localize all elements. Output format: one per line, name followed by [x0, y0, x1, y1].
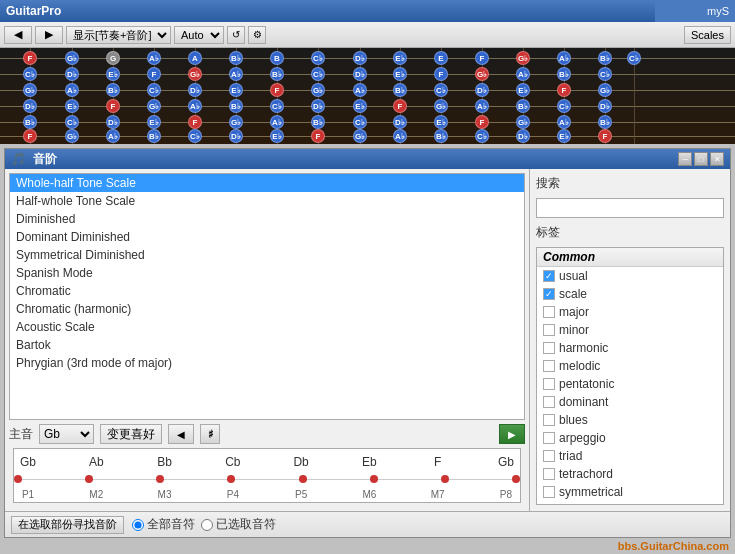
note-dot[interactable]: F	[106, 99, 120, 113]
tag-checkbox[interactable]	[543, 486, 555, 498]
note-dot[interactable]: D♭	[188, 83, 202, 97]
note-dot[interactable]: E♭	[229, 83, 243, 97]
note-dot[interactable]: G♭	[434, 99, 448, 113]
note-dot[interactable]: B♭	[557, 67, 571, 81]
note-dot[interactable]: B♭	[23, 115, 37, 129]
note-dot[interactable]: F	[598, 129, 612, 143]
note-dot[interactable]: A♭	[106, 129, 120, 143]
note-dot[interactable]: G♭	[311, 83, 325, 97]
note-dot[interactable]: G♭	[229, 115, 243, 129]
tag-checkbox[interactable]	[543, 450, 555, 462]
note-dot[interactable]: F	[23, 129, 37, 143]
note-dot[interactable]: C♭	[434, 83, 448, 97]
note-dot[interactable]: F	[434, 67, 448, 81]
note-dot[interactable]: B♭	[598, 115, 612, 129]
note-dot[interactable]: D♭	[516, 129, 530, 143]
note-dot[interactable]: E♭	[557, 129, 571, 143]
note-dot[interactable]: C♭	[23, 67, 37, 81]
tag-checkbox[interactable]	[543, 324, 555, 336]
note-dot[interactable]: A♭	[475, 99, 489, 113]
note-dot[interactable]: G♭	[188, 67, 202, 81]
tag-checkbox[interactable]	[543, 396, 555, 408]
note-dot[interactable]: D♭	[353, 67, 367, 81]
note-dot[interactable]: F	[270, 83, 284, 97]
scales-button[interactable]: Scales	[684, 26, 731, 44]
note-dot[interactable]: G♭	[475, 67, 489, 81]
note-dot[interactable]: F	[23, 51, 37, 65]
note-dot[interactable]: C♭	[475, 129, 489, 143]
scale-item[interactable]: Spanish Mode	[10, 264, 524, 282]
tag-checkbox[interactable]	[543, 378, 555, 390]
note-dot[interactable]: C♭	[311, 67, 325, 81]
note-dot[interactable]: E♭	[393, 67, 407, 81]
tag-checkbox[interactable]	[543, 342, 555, 354]
note-dot[interactable]: E	[434, 51, 448, 65]
tag-checkbox[interactable]	[543, 414, 555, 426]
scale-item[interactable]: Chromatic	[10, 282, 524, 300]
scale-item[interactable]: Bartok	[10, 336, 524, 354]
note-dot[interactable]: A♭	[229, 67, 243, 81]
change-btn[interactable]: 变更喜好	[100, 424, 162, 444]
tag-item[interactable]: harmonic	[537, 339, 723, 357]
note-dot[interactable]: E♭	[353, 99, 367, 113]
note-dot[interactable]: B♭	[147, 129, 161, 143]
tag-checkbox[interactable]	[543, 468, 555, 480]
tag-item[interactable]: pentatonic	[537, 375, 723, 393]
tag-checkbox[interactable]	[543, 360, 555, 372]
note-dot[interactable]: A	[188, 51, 202, 65]
note-dot[interactable]: B♭	[598, 51, 612, 65]
tag-item[interactable]: dominant	[537, 393, 723, 411]
note-dot[interactable]: A♭	[557, 115, 571, 129]
tag-item[interactable]: symmetrical	[537, 483, 723, 501]
search-input[interactable]	[536, 198, 724, 218]
note-dot[interactable]: G	[106, 51, 120, 65]
note-dot[interactable]: G♭	[516, 115, 530, 129]
note-dot[interactable]: C♭	[557, 99, 571, 113]
auto-select[interactable]: Auto	[174, 26, 224, 44]
selected-notes-radio[interactable]	[201, 519, 213, 531]
play-prev-button[interactable]: ◀	[168, 424, 194, 444]
note-dot[interactable]: A♭	[557, 51, 571, 65]
note-dot[interactable]: B♭	[434, 129, 448, 143]
scale-item[interactable]: Whole-half Tone Scale	[10, 174, 524, 192]
note-dot[interactable]: B♭	[311, 115, 325, 129]
note-dot[interactable]: B	[270, 51, 284, 65]
scale-item[interactable]: Dominant Diminished	[10, 228, 524, 246]
note-dot[interactable]: A♭	[516, 67, 530, 81]
note-dot[interactable]: F	[475, 51, 489, 65]
refresh-icon[interactable]: ↺	[227, 26, 245, 44]
scale-item[interactable]: Half-whole Tone Scale	[10, 192, 524, 210]
panel-close-button[interactable]: ✕	[710, 152, 724, 166]
note-dot[interactable]: E♭	[270, 129, 284, 143]
note-dot[interactable]: C♭	[188, 129, 202, 143]
play-button[interactable]: ▶	[499, 424, 525, 444]
tag-item[interactable]: ✓scale	[537, 285, 723, 303]
all-notes-radio[interactable]	[132, 519, 144, 531]
note-dot[interactable]: C♭	[627, 51, 641, 65]
next-button[interactable]: ▶	[35, 26, 63, 44]
note-dot[interactable]: A♭	[188, 99, 202, 113]
note-dot[interactable]: A♭	[353, 83, 367, 97]
note-dot[interactable]: E♭	[516, 83, 530, 97]
note-dot[interactable]: C♭	[270, 99, 284, 113]
panel-restore-button[interactable]: □	[694, 152, 708, 166]
note-dot[interactable]: B♭	[229, 99, 243, 113]
scale-item[interactable]: Diminished	[10, 210, 524, 228]
tag-item[interactable]: arpeggio	[537, 429, 723, 447]
note-dot[interactable]: G♭	[65, 129, 79, 143]
note-dot[interactable]: A♭	[270, 115, 284, 129]
tag-item[interactable]: major	[537, 303, 723, 321]
note-dot[interactable]: G♭	[598, 83, 612, 97]
tag-item[interactable]: tetrachord	[537, 465, 723, 483]
note-dot[interactable]: G♭	[23, 83, 37, 97]
sharp-button[interactable]: ♯	[200, 424, 220, 444]
note-dot[interactable]: A♭	[65, 83, 79, 97]
tag-item[interactable]: blues	[537, 411, 723, 429]
tag-checkbox[interactable]: ✓	[543, 288, 555, 300]
note-dot[interactable]: D♭	[106, 115, 120, 129]
note-dot[interactable]: A♭	[147, 51, 161, 65]
note-dot[interactable]: D♭	[65, 67, 79, 81]
panel-minimize-button[interactable]: ─	[678, 152, 692, 166]
note-dot[interactable]: B♭	[393, 83, 407, 97]
note-dot[interactable]: G♭	[65, 51, 79, 65]
